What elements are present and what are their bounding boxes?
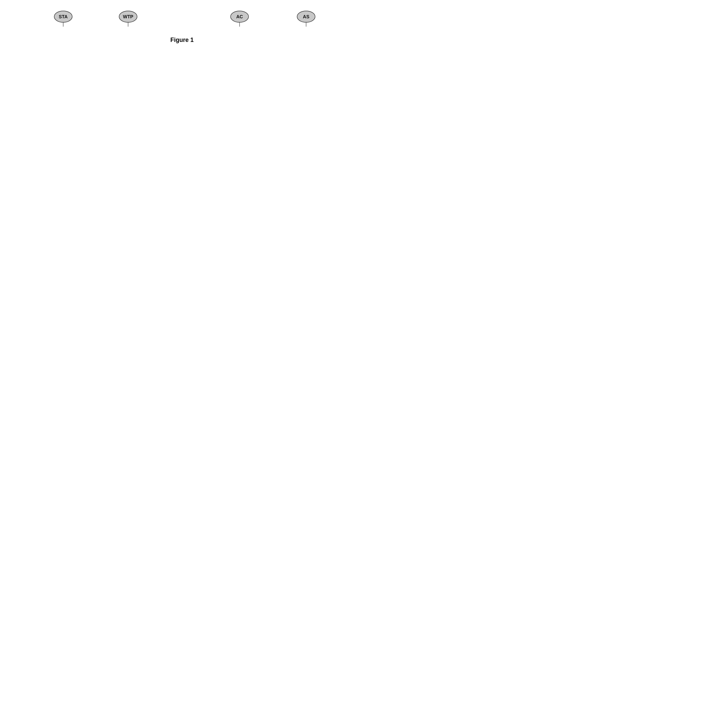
svg-text:WTP: WTP [123,14,133,19]
figure-caption: Figure 1 [0,37,364,50]
svg-point-6 [297,11,315,22]
svg-point-4 [231,11,249,22]
svg-text:AC: AC [236,14,243,19]
svg-point-2 [119,11,137,22]
svg-text:STA: STA [59,14,68,19]
svg-text:AS: AS [303,14,309,19]
svg-point-0 [54,11,72,22]
